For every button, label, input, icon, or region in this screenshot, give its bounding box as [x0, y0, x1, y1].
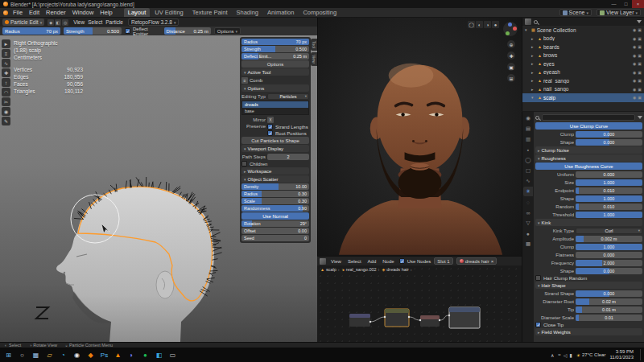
- hair-clump-random-checkbox[interactable]: Hair Clump Random: [535, 275, 642, 281]
- properties-tab[interactable]: ▥: [523, 134, 533, 144]
- value-slider[interactable]: 0.01: [576, 315, 642, 321]
- search-icon[interactable]: [535, 116, 539, 120]
- field-weights-header[interactable]: Field Weights: [535, 328, 642, 335]
- menu-item[interactable]: Edit: [26, 9, 43, 16]
- toolbar-tool-button[interactable]: ✎: [2, 117, 10, 125]
- material-selector[interactable]: dreads hair ×: [456, 257, 497, 265]
- use-roughness-curve-toggle[interactable]: Use Roughness Curve: [535, 162, 642, 170]
- minimize-button[interactable]: —: [608, 0, 620, 8]
- shading-mode-icon[interactable]: ●: [492, 21, 499, 28]
- checkbox[interactable]: [267, 130, 273, 136]
- properties-tab[interactable]: ◯: [523, 155, 533, 165]
- editing-type-dropdown[interactable]: Particles: [267, 93, 309, 100]
- shader-menu[interactable]: View: [329, 259, 343, 264]
- use-normal-toggle[interactable]: Use Normal: [242, 212, 309, 220]
- value-slider[interactable]: 0.002 m: [576, 236, 642, 242]
- filter-icon[interactable]: [638, 116, 642, 119]
- checkbox[interactable]: [242, 161, 247, 167]
- taskbar-app-icon[interactable]: ◗: [126, 349, 138, 361]
- snap-icon[interactable]: ◧: [55, 19, 61, 26]
- value-slider[interactable]: 1.000: [576, 244, 642, 250]
- viewport-display-header[interactable]: Viewport Display: [242, 145, 309, 152]
- scene-selector[interactable]: Scene: [559, 9, 592, 16]
- disable-render-icon[interactable]: ▣: [638, 44, 642, 49]
- brush-options-dropdown[interactable]: Options: [242, 60, 309, 68]
- close-button[interactable]: ×: [632, 0, 644, 8]
- use-clump-curve-toggle[interactable]: Use Clump Curve: [535, 122, 642, 130]
- show-desktop-button[interactable]: [640, 349, 642, 360]
- taskbar-app-icon[interactable]: ◔: [57, 349, 69, 361]
- kink-header[interactable]: Kink: [535, 219, 642, 226]
- properties-tab[interactable]: ▢: [523, 166, 533, 175]
- slot-selector[interactable]: Slot 1: [434, 257, 452, 265]
- viewport-menu[interactable]: View: [72, 19, 86, 25]
- shader-menu[interactable]: Node: [381, 259, 395, 264]
- taskbar-app-icon[interactable]: ◆: [85, 349, 97, 361]
- properties-tab[interactable]: ∞: [523, 208, 533, 217]
- object-scatter-header[interactable]: Object Scatter: [242, 175, 309, 183]
- workspace-header[interactable]: Workspace: [242, 167, 309, 175]
- viewport-nav-icon[interactable]: ⊕: [507, 40, 515, 48]
- view-layer-selector[interactable]: View Layer: [597, 9, 641, 16]
- proportional-icon[interactable]: ◎: [62, 19, 68, 26]
- hide-eye-icon[interactable]: ◉: [633, 95, 636, 100]
- npanel-slider[interactable]: Deflect Emit...0.25 m: [242, 53, 309, 60]
- value-slider[interactable]: 0.01 m: [576, 306, 642, 313]
- properties-tab[interactable]: ●: [523, 228, 533, 238]
- checkbox[interactable]: [125, 28, 130, 34]
- disable-render-icon[interactable]: ▣: [638, 78, 642, 83]
- shader-nodes[interactable]: [317, 265, 522, 342]
- scatter-transform-slider[interactable]: Offset0.00: [242, 228, 309, 234]
- active-tool-header[interactable]: Active Tool: [242, 68, 309, 76]
- clock[interactable]: 3:59 PM 11/01/2023: [609, 349, 634, 360]
- sidebar-tab[interactable]: Tool: [311, 39, 317, 51]
- unlink-material-button[interactable]: ×: [491, 259, 494, 264]
- taskbar-app-icon[interactable]: ◉: [71, 349, 83, 361]
- shading-mode-icon[interactable]: ◐: [476, 21, 483, 28]
- navigation-gizmo[interactable]: [503, 22, 518, 36]
- tray-caret-icon[interactable]: ∧: [551, 352, 554, 358]
- shader-node[interactable]: [384, 309, 410, 327]
- disable-render-icon[interactable]: ▣: [638, 53, 642, 58]
- menu-item[interactable]: Render: [43, 9, 69, 16]
- viewport-nav-icon[interactable]: ✚: [507, 51, 515, 60]
- outliner-row[interactable]: ▸ ▲ real_sango ◉ ▣: [522, 76, 644, 85]
- properties-tab[interactable]: ▤: [523, 124, 533, 134]
- properties-tab[interactable]: ∿: [523, 176, 533, 186]
- outliner-row[interactable]: ▸ ▲ eyes ◉ ▣: [522, 60, 644, 68]
- clump-noise-header[interactable]: Clump Noise: [535, 146, 642, 154]
- toolbar-tool-button[interactable]: ►: [2, 39, 10, 48]
- outliner-row[interactable]: ▸ ▲ nail_sango ◉ ▣: [522, 85, 644, 94]
- preserve-option[interactable]: Root Positions: [267, 130, 309, 136]
- value-slider[interactable]: 0.000: [576, 268, 642, 274]
- disable-render-icon[interactable]: ▣: [638, 87, 642, 92]
- taskbar-app-icon[interactable]: ◧: [153, 349, 165, 361]
- disable-render-icon[interactable]: ▣: [638, 70, 642, 75]
- particle-system-item[interactable]: base: [242, 108, 308, 114]
- scatter-slider[interactable]: Randomness0.90: [242, 205, 309, 212]
- x-axis-handle[interactable]: [513, 27, 517, 31]
- tray-icon[interactable]: ◁: [564, 352, 568, 358]
- shader-node[interactable]: [419, 315, 440, 327]
- value-slider[interactable]: 1.000: [576, 212, 642, 218]
- breadcrumb-item[interactable]: ◈dreads hair›: [382, 267, 411, 272]
- properties-tab[interactable]: ▩: [523, 239, 533, 249]
- tray-icon[interactable]: ≈: [558, 352, 560, 358]
- preserve-option[interactable]: Strand Lengths: [267, 124, 309, 130]
- viewport-nav-icon[interactable]: ▣: [507, 63, 515, 71]
- path-steps-stepper[interactable]: 2: [267, 154, 309, 160]
- value-slider[interactable]: 0.010: [576, 187, 642, 194]
- toolbar-tool-button[interactable]: ◉: [2, 107, 10, 116]
- viewport-menu[interactable]: Select: [86, 19, 104, 25]
- hide-eye-icon[interactable]: ◉: [633, 36, 636, 41]
- value-slider[interactable]: 0.02 m: [576, 298, 642, 305]
- z-axis-handle[interactable]: [508, 23, 512, 27]
- mirror-x-toggle[interactable]: X: [267, 117, 274, 123]
- options-header[interactable]: Options: [242, 84, 309, 92]
- hide-eye-icon[interactable]: ◉: [633, 70, 636, 75]
- particle-system-item[interactable]: dreads: [242, 101, 308, 108]
- disable-render-icon[interactable]: ▣: [638, 61, 642, 66]
- checkbox[interactable]: [399, 258, 405, 264]
- use-nodes-checkbox[interactable]: Use Nodes: [399, 258, 431, 264]
- taskbar-app-icon[interactable]: Ps: [98, 349, 110, 361]
